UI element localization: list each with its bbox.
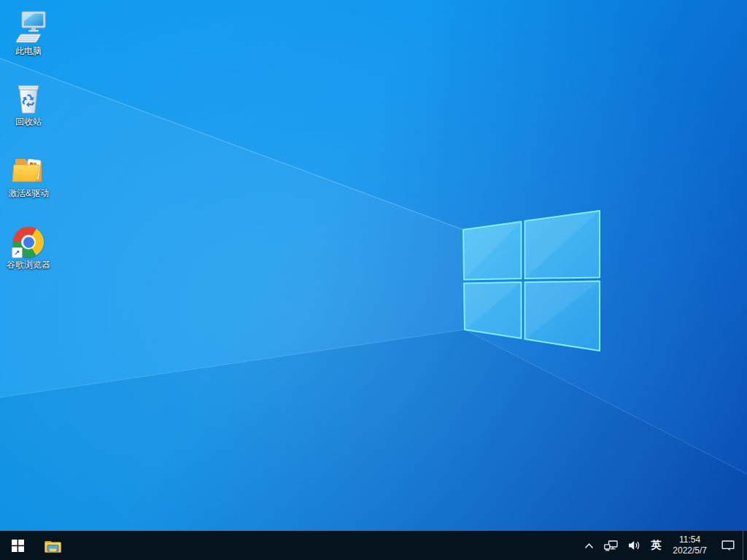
volume-icon: [628, 540, 640, 551]
folder-icon: [12, 149, 45, 186]
chrome-icon: ↗: [13, 221, 44, 257]
show-desktop-button[interactable]: [743, 531, 747, 560]
action-center-button[interactable]: [713, 531, 743, 560]
chevron-up-icon: [584, 542, 594, 549]
start-button[interactable]: [0, 531, 35, 560]
taskbar: 英 11:54 2022/5/7: [0, 531, 747, 560]
clock-date: 2022/5/7: [673, 545, 707, 556]
wallpaper-image: [0, 0, 747, 531]
recycle-bin-icon: [13, 78, 44, 114]
desktop-icon-label-activation-drivers: 激活&驱动: [8, 188, 49, 198]
desktop-icon-activation-drivers[interactable]: 激活&驱动: [1, 149, 56, 198]
tray-volume-button[interactable]: [623, 531, 646, 560]
desktop-icon-this-pc[interactable]: 此电脑: [1, 7, 56, 56]
ime-language-indicator[interactable]: 英: [646, 531, 666, 560]
file-explorer-button[interactable]: [35, 531, 70, 560]
desktop-icon-label-this-pc: 此电脑: [15, 46, 42, 56]
system-tray: 英 11:54 2022/5/7: [579, 531, 747, 560]
desktop-icon-google-chrome[interactable]: ↗ 谷歌浏览器: [1, 221, 56, 270]
shortcut-arrow-icon: ↗: [12, 247, 23, 258]
taskbar-clock[interactable]: 11:54 2022/5/7: [666, 531, 713, 560]
tray-network-button[interactable]: [599, 531, 623, 560]
chrome-logo-core: [23, 237, 34, 248]
windows-desktop-screen: 此电脑: [0, 0, 747, 560]
network-icon: [604, 540, 618, 551]
desktop-icon-recycle-bin[interactable]: 回收站: [1, 78, 56, 127]
desktop[interactable]: 此电脑: [0, 0, 747, 531]
action-center-icon: [721, 540, 735, 551]
windows-start-icon: [12, 540, 24, 552]
clock-time: 11:54: [679, 534, 700, 545]
desktop-icon-label-recycle-bin: 回收站: [15, 117, 42, 127]
tray-show-hidden-button[interactable]: [579, 531, 599, 560]
desktop-icon-label-google-chrome: 谷歌浏览器: [7, 260, 50, 270]
this-pc-icon: [10, 7, 47, 44]
file-explorer-icon: [44, 538, 62, 553]
